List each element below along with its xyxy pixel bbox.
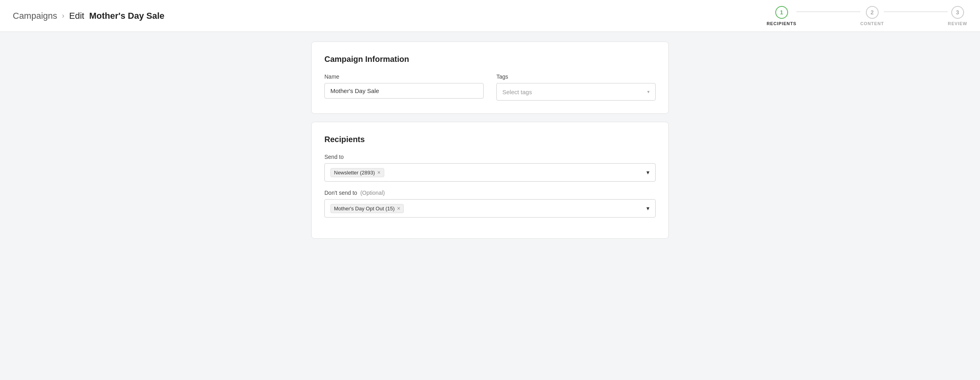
tags-select[interactable]: Select tags ▾ <box>496 83 656 101</box>
campaign-info-card: Campaign Information Name Tags Select ta… <box>311 42 669 114</box>
step-3-label: REVIEW <box>948 21 967 26</box>
name-label: Name <box>324 73 484 80</box>
campaign-name-input[interactable] <box>324 83 484 99</box>
dont-send-label: Don't send to (Optional) <box>324 190 656 196</box>
dont-send-form-group: Don't send to (Optional) Mother's Day Op… <box>324 190 656 218</box>
send-to-tag-newsletter: Newsletter (2893) × <box>330 168 384 177</box>
campaign-info-title: Campaign Information <box>324 55 656 64</box>
breadcrumb: Campaigns › Edit Mother's Day Sale <box>13 11 164 21</box>
breadcrumb-current: Edit Mother's Day Sale <box>69 11 164 21</box>
send-to-label: Send to <box>324 154 656 160</box>
send-to-form-group: Send to Newsletter (2893) × ▾ <box>324 154 656 182</box>
step-3-number: 3 <box>956 9 959 16</box>
header: Campaigns › Edit Mother's Day Sale 1 REC… <box>0 0 980 32</box>
step-2-label: CONTENT <box>860 21 884 26</box>
step-3[interactable]: 3 REVIEW <box>948 6 967 26</box>
dont-send-select[interactable]: Mother's Day Opt Out (15) × ▾ <box>324 199 656 218</box>
send-to-tag-label: Newsletter (2893) <box>334 170 375 176</box>
dont-send-tag-remove[interactable]: × <box>397 206 400 211</box>
dont-send-optional: (Optional) <box>360 190 385 196</box>
dont-send-label-text: Don't send to <box>324 190 357 196</box>
main-content: Campaign Information Name Tags Select ta… <box>298 32 682 256</box>
recipients-title: Recipients <box>324 135 656 144</box>
breadcrumb-campaign-name: Mother's Day Sale <box>89 11 164 21</box>
step-1-number: 1 <box>780 9 783 16</box>
dont-send-chevron-icon: ▾ <box>646 205 650 212</box>
send-to-tags-area: Newsletter (2893) × <box>330 168 646 177</box>
campaign-info-form-row: Name Tags Select tags ▾ <box>324 73 656 101</box>
dont-send-tag-label: Mother's Day Opt Out (15) <box>334 206 395 212</box>
tags-chevron-icon: ▾ <box>647 89 650 95</box>
steps-container: 1 RECIPIENTS 2 CONTENT 3 REVIEW <box>767 6 967 26</box>
tags-label: Tags <box>496 73 656 80</box>
tags-placeholder: Select tags <box>502 89 532 95</box>
step-2-circle: 2 <box>866 6 879 19</box>
step-connector-1-2 <box>796 12 860 12</box>
send-to-select[interactable]: Newsletter (2893) × ▾ <box>324 163 656 182</box>
tags-form-group: Tags Select tags ▾ <box>496 73 656 101</box>
step-1-circle: 1 <box>775 6 788 19</box>
step-3-circle: 3 <box>951 6 964 19</box>
recipients-card: Recipients Send to Newsletter (2893) × ▾… <box>311 122 669 239</box>
send-to-chevron-icon: ▾ <box>646 169 650 176</box>
step-1[interactable]: 1 RECIPIENTS <box>767 6 796 26</box>
name-form-group: Name <box>324 73 484 99</box>
dont-send-tag-optout: Mother's Day Opt Out (15) × <box>330 204 404 213</box>
step-1-label: RECIPIENTS <box>767 21 796 26</box>
step-2-number: 2 <box>871 9 874 16</box>
send-to-tag-remove[interactable]: × <box>377 170 381 175</box>
breadcrumb-campaigns[interactable]: Campaigns <box>13 11 57 21</box>
breadcrumb-arrow: › <box>62 12 64 20</box>
breadcrumb-edit-prefix: Edit <box>69 11 84 21</box>
step-connector-2-3 <box>884 12 948 12</box>
step-2[interactable]: 2 CONTENT <box>860 6 884 26</box>
dont-send-tags-area: Mother's Day Opt Out (15) × <box>330 204 646 213</box>
